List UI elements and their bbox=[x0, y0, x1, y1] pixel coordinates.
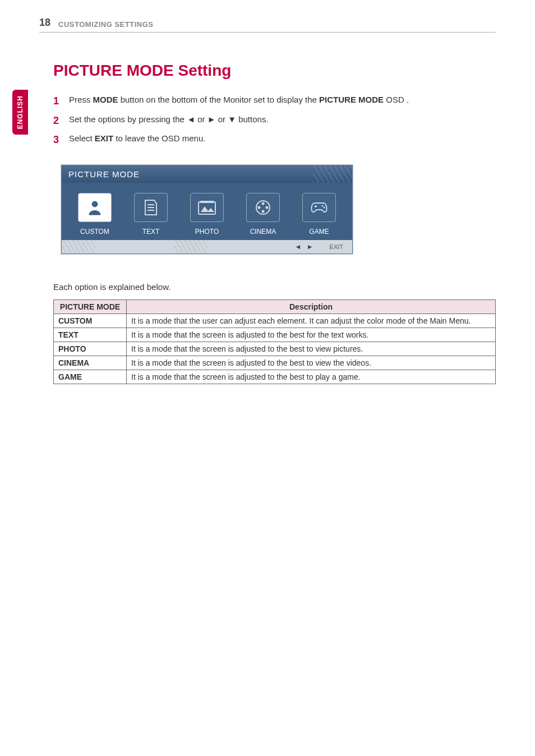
mode-cell: CUSTOM bbox=[54, 314, 127, 328]
language-tab-label: ENGLISH bbox=[16, 95, 24, 129]
content-area: PICTURE MODE Setting 1 Press MODE button… bbox=[53, 62, 496, 384]
nav-arrows[interactable]: ◄ ► bbox=[294, 243, 315, 251]
mode-cell: GAME bbox=[54, 370, 127, 384]
mode-label: CINEMA bbox=[238, 228, 288, 236]
mode-cell: PHOTO bbox=[54, 342, 127, 356]
svg-rect-5 bbox=[200, 201, 214, 203]
osd-window: PICTURE MODE CUSTOM TEXT bbox=[61, 165, 353, 254]
table-header-row: PICTURE MODE Description bbox=[54, 299, 496, 314]
osd-title: PICTURE MODE bbox=[62, 165, 352, 183]
mode-label: CUSTOM bbox=[70, 228, 120, 236]
page: 18 CUSTOMIZING SETTINGS ENGLISH PICTURE … bbox=[0, 0, 535, 756]
mode-cinema[interactable]: CINEMA bbox=[238, 193, 288, 236]
svg-point-7 bbox=[262, 202, 265, 205]
svg-point-10 bbox=[258, 206, 261, 209]
mode-game[interactable]: GAME bbox=[294, 193, 344, 236]
page-header: 18 CUSTOMIZING SETTINGS bbox=[39, 17, 496, 33]
svg-point-14 bbox=[324, 206, 325, 208]
step-number: 3 bbox=[53, 132, 59, 147]
table-row: TEXT It is a mode that the screen is adj… bbox=[54, 328, 496, 342]
desc-cell: It is a mode that the screen is adjusted… bbox=[127, 370, 496, 384]
mode-label: TEXT bbox=[126, 228, 176, 236]
mode-custom[interactable]: CUSTOM bbox=[70, 193, 120, 236]
step-1: 1 Press MODE button on the bottom of the… bbox=[53, 94, 496, 107]
desc-cell: It is a mode that the user can adjust ea… bbox=[127, 314, 496, 328]
game-icon bbox=[302, 193, 336, 222]
mode-cell: CINEMA bbox=[54, 356, 127, 370]
col-header-description: Description bbox=[127, 299, 496, 314]
mode-label: GAME bbox=[294, 228, 344, 236]
col-header-mode: PICTURE MODE bbox=[54, 299, 127, 314]
language-tab: ENGLISH bbox=[12, 90, 28, 135]
mode-label: PHOTO bbox=[182, 228, 232, 236]
svg-rect-4 bbox=[199, 202, 215, 214]
step-text: Press MODE button on the bottom of the M… bbox=[69, 95, 409, 104]
step-text: Select EXIT to leave the OSD menu. bbox=[69, 133, 205, 143]
svg-point-9 bbox=[262, 210, 265, 213]
desc-cell: It is a mode that the screen is adjusted… bbox=[127, 356, 496, 370]
page-title: PICTURE MODE Setting bbox=[53, 62, 496, 80]
svg-point-8 bbox=[266, 206, 269, 209]
cinema-icon bbox=[246, 193, 280, 222]
description-table: PICTURE MODE Description CUSTOM It is a … bbox=[53, 299, 496, 384]
table-row: GAME It is a mode that the screen is adj… bbox=[54, 370, 496, 384]
explanation-intro: Each option is explained below. bbox=[53, 282, 496, 292]
table-row: CINEMA It is a mode that the screen is a… bbox=[54, 356, 496, 370]
steps-list: 1 Press MODE button on the bottom of the… bbox=[53, 94, 496, 145]
step-2: 2 Set the options by pressing the ◄ or ►… bbox=[53, 113, 496, 126]
osd-body: CUSTOM TEXT PHOTO bbox=[62, 183, 352, 240]
mode-cell: TEXT bbox=[54, 328, 127, 342]
desc-cell: It is a mode that the screen is adjusted… bbox=[127, 328, 496, 342]
mode-text[interactable]: TEXT bbox=[126, 193, 176, 236]
custom-icon bbox=[78, 193, 112, 222]
osd-footer: ◄ ► EXIT bbox=[62, 240, 352, 253]
step-number: 1 bbox=[53, 94, 59, 109]
section-title: CUSTOMIZING SETTINGS bbox=[58, 20, 153, 29]
page-number: 18 bbox=[39, 17, 50, 29]
hatch-decoration bbox=[62, 240, 95, 253]
step-number: 2 bbox=[53, 113, 59, 128]
exit-button[interactable]: EXIT bbox=[330, 243, 343, 250]
table-row: PHOTO It is a mode that the screen is ad… bbox=[54, 342, 496, 356]
svg-point-13 bbox=[322, 205, 324, 206]
table-row: CUSTOM It is a mode that the user can ad… bbox=[54, 314, 496, 328]
svg-point-0 bbox=[92, 201, 98, 207]
step-text: Set the options by pressing the ◄ or ► o… bbox=[69, 114, 269, 124]
mode-photo[interactable]: PHOTO bbox=[182, 193, 232, 236]
photo-icon bbox=[190, 193, 224, 222]
step-3: 3 Select EXIT to leave the OSD menu. bbox=[53, 132, 496, 145]
desc-cell: It is a mode that the screen is adjusted… bbox=[127, 342, 496, 356]
hatch-decoration bbox=[174, 240, 207, 253]
text-icon bbox=[134, 193, 168, 222]
